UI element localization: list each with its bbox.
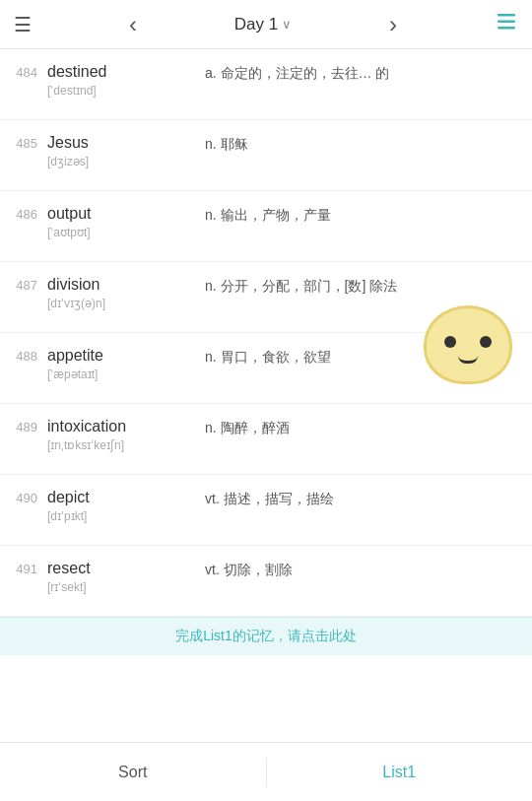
word-english: output: [47, 205, 205, 223]
word-phonetic: [rɪˈsekt]: [47, 580, 205, 594]
word-english: intoxication: [47, 418, 205, 435]
app-header: ☰ ‹ Day 1 ∨ ›: [0, 0, 532, 49]
word-phonetic: [ˈdestɪnd]: [47, 84, 205, 98]
word-english: destined: [47, 63, 205, 81]
menu-icon[interactable]: ☰: [14, 13, 32, 36]
completion-text: 完成List1的记忆，请点击此处: [175, 628, 357, 643]
word-item[interactable]: 484 destined [ˈdestɪnd] a. 命定的，注定的，去往… 的: [0, 49, 532, 120]
word-left: Jesus [dʒizəs]: [47, 134, 205, 168]
word-english: appetite: [47, 347, 205, 365]
word-left: depict [dɪˈpɪkt]: [47, 489, 205, 523]
word-meaning: a. 命定的，注定的，去往… 的: [205, 63, 532, 84]
word-number: 490: [0, 489, 47, 505]
completion-banner[interactable]: 完成List1的记忆，请点击此处: [0, 617, 532, 655]
svg-rect-0: [498, 14, 515, 17]
forward-icon[interactable]: ›: [389, 11, 397, 38]
word-phonetic: [ɪnˌtɒksɪˈkeɪʃn]: [47, 438, 205, 452]
back-icon[interactable]: ‹: [129, 11, 137, 38]
word-left: resect [rɪˈsekt]: [47, 560, 205, 594]
word-left: division [dɪˈvɪʒ(ə)n]: [47, 276, 205, 310]
word-number: 485: [0, 134, 47, 151]
svg-rect-1: [498, 20, 515, 23]
word-number: 487: [0, 276, 47, 293]
word-english: Jesus: [47, 134, 205, 152]
word-number: 489: [0, 418, 47, 434]
word-meaning: n. 分开，分配，部门，[数] 除法: [205, 276, 532, 297]
word-number: 486: [0, 205, 47, 222]
day-label: Day 1: [234, 15, 278, 34]
word-left: destined [ˈdestɪnd]: [47, 63, 205, 98]
word-left: appetite [ˈæpətaɪt]: [47, 347, 205, 381]
word-phonetic: [dʒizəs]: [47, 155, 205, 168]
word-phonetic: [ˈaʊtpʊt]: [47, 226, 205, 239]
chevron-down-icon: ∨: [282, 17, 292, 32]
list-view-icon[interactable]: [495, 10, 518, 39]
word-meaning: vt. 描述，描写，描绘: [205, 489, 532, 509]
word-item[interactable]: 485 Jesus [dʒizəs] n. 耶稣: [0, 120, 532, 191]
word-number: 488: [0, 347, 47, 364]
word-phonetic: [dɪˈpɪkt]: [47, 509, 205, 523]
word-item[interactable]: 491 resect [rɪˈsekt] vt. 切除，割除: [0, 546, 532, 617]
word-list: 484 destined [ˈdestɪnd] a. 命定的，注定的，去往… 的…: [0, 49, 532, 742]
mascot-image: [424, 305, 522, 394]
bottom-navigation: Sort List1: [0, 742, 532, 801]
word-meaning: n. 耶稣: [205, 134, 532, 155]
word-phonetic: [dɪˈvɪʒ(ə)n]: [47, 297, 205, 310]
word-english: resect: [47, 560, 205, 577]
word-phonetic: [ˈæpətaɪt]: [47, 367, 205, 381]
sort-tab[interactable]: Sort: [0, 743, 266, 801]
svg-rect-2: [498, 27, 515, 30]
word-english: division: [47, 276, 205, 294]
word-number: 491: [0, 560, 47, 576]
word-meaning: n. 陶醉，醉酒: [205, 418, 532, 438]
list1-tab[interactable]: List1: [267, 743, 533, 801]
word-item[interactable]: 486 output [ˈaʊtpʊt] n. 输出，产物，产量: [0, 191, 532, 262]
word-item[interactable]: 490 depict [dɪˈpɪkt] vt. 描述，描写，描绘: [0, 475, 532, 546]
header-title[interactable]: Day 1 ∨: [234, 15, 292, 34]
word-meaning: vt. 切除，割除: [205, 560, 532, 580]
word-item[interactable]: 489 intoxication [ɪnˌtɒksɪˈkeɪʃn] n. 陶醉，…: [0, 404, 532, 475]
word-left: output [ˈaʊtpʊt]: [47, 205, 205, 239]
word-meaning: n. 输出，产物，产量: [205, 205, 532, 226]
word-english: depict: [47, 489, 205, 506]
word-left: intoxication [ɪnˌtɒksɪˈkeɪʃn]: [47, 418, 205, 452]
word-number: 484: [0, 63, 47, 80]
